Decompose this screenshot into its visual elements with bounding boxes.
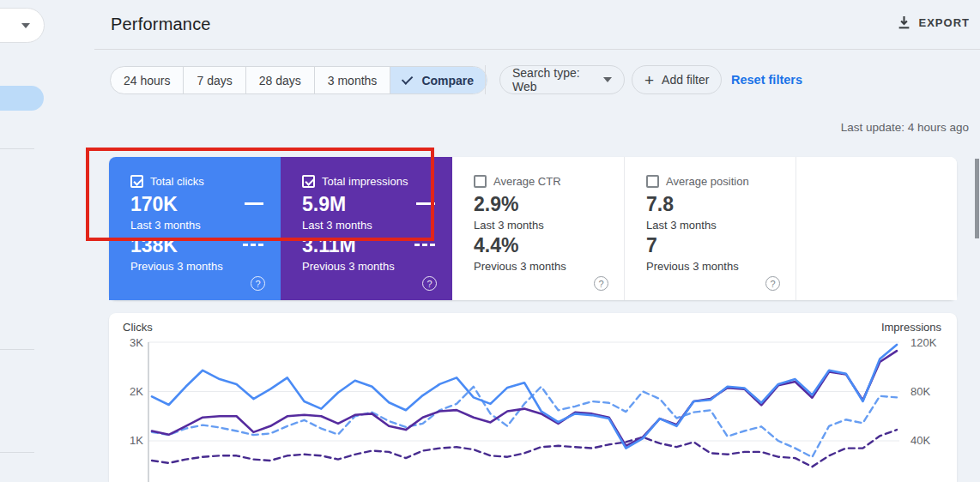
metric-period-previous: Previous 3 months (130, 260, 223, 273)
header-divider (94, 49, 980, 50)
help-icon[interactable]: ? (251, 276, 265, 291)
tab-compare[interactable]: Compare (390, 67, 487, 93)
vertical-scrollbar[interactable] (975, 159, 979, 238)
checkbox-total-clicks-checked[interactable] (130, 175, 143, 188)
tab-compare-label: Compare (421, 74, 474, 87)
search-type-label: Search type: Web (512, 66, 596, 93)
tab-3-months[interactable]: 3 months (314, 67, 390, 93)
metric-period-previous: Previous 3 months (646, 260, 739, 273)
chevron-down-icon (603, 77, 612, 82)
left-axis-tick: 2K (109, 385, 143, 398)
sidebar-divider (0, 452, 34, 453)
left-axis-tick: 1K (109, 434, 143, 447)
add-filter-button[interactable]: + Add filter (632, 65, 722, 94)
help-icon[interactable]: ? (765, 276, 780, 291)
filter-divider (485, 65, 486, 94)
metric-cards-panel: Total clicks 170K Last 3 months 138K Pre… (109, 157, 957, 300)
download-icon (897, 15, 911, 30)
dashed-line-legend-icon (414, 244, 435, 246)
tab-24-hours[interactable]: 24 hours (111, 67, 183, 93)
chevron-down-icon (21, 23, 30, 28)
card-title: Average position (666, 175, 749, 188)
right-axis-title: Impressions (881, 321, 941, 334)
search-type-dropdown[interactable]: Search type: Web (499, 65, 625, 94)
add-filter-label: Add filter (662, 73, 709, 87)
metric-value-current: 7.8 (646, 193, 674, 216)
metric-value-previous: 138K (130, 234, 178, 257)
property-selector[interactable] (0, 8, 45, 43)
last-update-text: Last update: 4 hours ago (841, 121, 969, 134)
tab-7-days[interactable]: 7 days (183, 67, 245, 93)
metric-period-current: Last 3 months (474, 219, 544, 232)
right-axis-tick: 80K (910, 385, 930, 398)
card-average-ctr[interactable]: Average CTR 2.9% Last 3 months 4.4% Prev… (452, 157, 624, 300)
checkmark-icon (402, 73, 413, 84)
metric-value-previous: 7 (646, 234, 657, 257)
tab-28-days[interactable]: 28 days (245, 67, 314, 93)
export-label: EXPORT (919, 16, 970, 29)
card-title: Average CTR (493, 175, 561, 188)
metric-period-previous: Previous 3 months (474, 260, 566, 273)
help-icon[interactable]: ? (594, 276, 608, 291)
metric-period-current: Last 3 months (302, 219, 372, 232)
metric-period-current: Last 3 months (130, 219, 201, 232)
sidebar-divider (0, 349, 34, 350)
export-button[interactable]: EXPORT (897, 15, 970, 30)
sidebar-divider (0, 148, 34, 149)
metric-value-current: 2.9% (474, 193, 518, 216)
metric-value-current: 5.9M (302, 193, 346, 216)
right-axis-tick: 40K (910, 434, 930, 447)
reset-filters-link[interactable]: Reset filters (731, 73, 802, 87)
card-title: Total impressions (322, 175, 408, 188)
right-axis-tick: 120K (910, 336, 936, 349)
checkbox-total-impressions-checked[interactable] (302, 175, 315, 188)
metric-value-current: 170K (130, 193, 178, 216)
date-range-tabs: 24 hours 7 days 28 days 3 months Compare (110, 66, 487, 94)
page-title: Performance (111, 15, 211, 34)
plus-icon: + (644, 72, 654, 88)
performance-chart-svg (109, 313, 957, 482)
metric-value-previous: 3.11M (302, 234, 356, 257)
left-axis-tick: 3K (109, 336, 143, 349)
card-total-clicks[interactable]: Total clicks 170K Last 3 months 138K Pre… (109, 157, 281, 300)
checkbox-average-position-unchecked[interactable] (646, 175, 659, 188)
solid-line-legend-icon (245, 202, 263, 205)
card-average-position[interactable]: Average position 7.8 Last 3 months 7 Pre… (624, 157, 795, 300)
solid-line-legend-icon (416, 202, 435, 205)
checkbox-average-ctr-unchecked[interactable] (474, 175, 487, 188)
help-icon[interactable]: ? (422, 276, 437, 291)
performance-chart-panel: Clicks Impressions 3K 2K 1K 120K 80K 40K (109, 313, 957, 482)
metric-value-previous: 4.4% (474, 234, 518, 257)
sidebar-item-performance-active[interactable] (0, 86, 44, 111)
card-title: Total clicks (150, 175, 204, 188)
left-axis-title: Clicks (123, 321, 153, 334)
metric-period-current: Last 3 months (646, 219, 717, 232)
card-total-impressions[interactable]: Total impressions 5.9M Last 3 months 3.1… (281, 157, 452, 300)
cards-panel-filler (795, 157, 957, 300)
dashed-line-legend-icon (243, 244, 263, 246)
metric-period-previous: Previous 3 months (302, 260, 395, 273)
